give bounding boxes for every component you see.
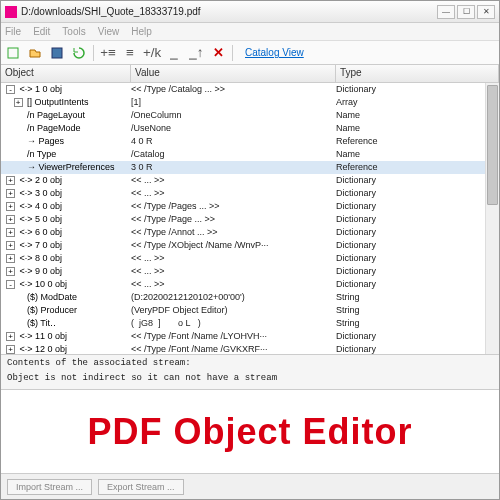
stream-label: Contents of the associated stream: bbox=[1, 355, 499, 371]
tree-row[interactable]: + <·> 5 0 obj<< /Type /Page ... >>Dictio… bbox=[1, 213, 499, 226]
tree-row[interactable]: + <·> 2 0 obj<< ... >>Dictionary bbox=[1, 174, 499, 187]
svg-rect-1 bbox=[52, 48, 62, 58]
overlay-title: PDF Object Editor bbox=[87, 411, 412, 453]
minimize-button[interactable]: — bbox=[437, 5, 455, 19]
expand-icon[interactable]: + bbox=[6, 267, 15, 276]
app-window: D:/downloads/SHI_Quote_18333719.pdf — ☐ … bbox=[0, 0, 500, 500]
delete-icon[interactable]: ✕ bbox=[210, 45, 226, 61]
app-icon bbox=[5, 6, 17, 18]
tree-header: Object Value Type bbox=[1, 65, 499, 83]
expand-icon[interactable]: + bbox=[6, 176, 15, 185]
menu-file[interactable]: File bbox=[5, 26, 21, 37]
menu-view[interactable]: View bbox=[98, 26, 120, 37]
expand-icon[interactable]: + bbox=[6, 345, 15, 354]
refresh-icon[interactable] bbox=[71, 45, 87, 61]
maximize-button[interactable]: ☐ bbox=[457, 5, 475, 19]
menu-tools[interactable]: Tools bbox=[62, 26, 85, 37]
window-title: D:/downloads/SHI_Quote_18333719.pdf bbox=[21, 6, 437, 17]
catalog-view-link[interactable]: Catalog View bbox=[245, 47, 304, 58]
stream-content-area: PDF Object Editor bbox=[1, 390, 499, 473]
tree-row[interactable]: ($) ModDate(D:20200212120102+00'00')Stri… bbox=[1, 291, 499, 304]
object-tree[interactable]: - <·> 1 0 obj<< /Type /Catalog ... >>Dic… bbox=[1, 83, 499, 355]
toolbar-sep bbox=[93, 45, 94, 61]
insert-icon[interactable]: ⎯ bbox=[166, 45, 182, 61]
add-key-icon[interactable]: +/k bbox=[144, 45, 160, 61]
expand-icon[interactable]: + bbox=[6, 215, 15, 224]
tree-row[interactable]: + <·> 9 0 obj<< ... >>Dictionary bbox=[1, 265, 499, 278]
open-icon[interactable] bbox=[27, 45, 43, 61]
add-child-icon[interactable]: ≡ bbox=[122, 45, 138, 61]
tree-row[interactable]: + [] OutputIntents[1]Array bbox=[1, 96, 499, 109]
tree-row[interactable]: /n Type/CatalogName bbox=[1, 148, 499, 161]
tree-row[interactable]: + <·> 12 0 obj<< /Type /Font /Name /GVKX… bbox=[1, 343, 499, 355]
tree-row[interactable]: - <·> 1 0 obj<< /Type /Catalog ... >>Dic… bbox=[1, 83, 499, 96]
tree-row[interactable]: + <·> 8 0 obj<< ... >>Dictionary bbox=[1, 252, 499, 265]
close-button[interactable]: ✕ bbox=[477, 5, 495, 19]
move-up-icon[interactable]: ⎯↑ bbox=[188, 45, 204, 61]
titlebar: D:/downloads/SHI_Quote_18333719.pdf — ☐ … bbox=[1, 1, 499, 23]
tree-row[interactable]: ($) Producer(VeryPDF Object Editor)Strin… bbox=[1, 304, 499, 317]
export-stream-button[interactable]: Export Stream ... bbox=[98, 479, 184, 495]
tree-row[interactable]: /n PageMode/UseNoneName bbox=[1, 122, 499, 135]
tree-row[interactable]: ($) Tit‥( jG8 ] o L )String bbox=[1, 317, 499, 330]
tree-row[interactable]: + <·> 11 0 obj<< /Type /Font /Name /LYOH… bbox=[1, 330, 499, 343]
window-controls: — ☐ ✕ bbox=[437, 5, 495, 19]
tree-row[interactable]: → Pages4 0 RReference bbox=[1, 135, 499, 148]
svg-rect-0 bbox=[8, 48, 18, 58]
tree-row[interactable]: → ViewerPreferences3 0 RReference bbox=[1, 161, 499, 174]
stream-message: Object is not indirect so it can not hav… bbox=[1, 371, 499, 390]
vertical-scrollbar[interactable] bbox=[485, 83, 499, 354]
expand-icon[interactable]: + bbox=[6, 228, 15, 237]
expand-icon[interactable]: - bbox=[6, 85, 15, 94]
expand-icon[interactable]: + bbox=[14, 98, 23, 107]
save-icon[interactable] bbox=[49, 45, 65, 61]
tree-row[interactable]: - <·> 10 0 obj<< ... >>Dictionary bbox=[1, 278, 499, 291]
new-icon[interactable] bbox=[5, 45, 21, 61]
expand-icon[interactable]: + bbox=[6, 332, 15, 341]
toolbar: +≡ ≡ +/k ⎯ ⎯↑ ✕ Catalog View bbox=[1, 41, 499, 65]
expand-icon[interactable]: - bbox=[6, 280, 15, 289]
header-object[interactable]: Object bbox=[1, 65, 131, 82]
expand-icon[interactable]: + bbox=[6, 202, 15, 211]
tree-row[interactable]: + <·> 3 0 obj<< ... >>Dictionary bbox=[1, 187, 499, 200]
tree-row[interactable]: + <·> 4 0 obj<< /Type /Pages ... >>Dicti… bbox=[1, 200, 499, 213]
menubar: File Edit Tools View Help bbox=[1, 23, 499, 41]
menu-edit[interactable]: Edit bbox=[33, 26, 50, 37]
scrollbar-thumb[interactable] bbox=[487, 85, 498, 205]
add-sibling-icon[interactable]: +≡ bbox=[100, 45, 116, 61]
header-value[interactable]: Value bbox=[131, 65, 336, 82]
tree-row[interactable]: + <·> 7 0 obj<< /Type /XObject /Name /Wn… bbox=[1, 239, 499, 252]
expand-icon[interactable]: + bbox=[6, 254, 15, 263]
tree-row[interactable]: + <·> 6 0 obj<< /Type /Annot ... >>Dicti… bbox=[1, 226, 499, 239]
bottom-buttons: Import Stream ... Export Stream ... bbox=[1, 473, 499, 499]
tree-row[interactable]: /n PageLayout/OneColumnName bbox=[1, 109, 499, 122]
menu-help[interactable]: Help bbox=[131, 26, 152, 37]
header-type[interactable]: Type bbox=[336, 65, 499, 82]
import-stream-button[interactable]: Import Stream ... bbox=[7, 479, 92, 495]
expand-icon[interactable]: + bbox=[6, 189, 15, 198]
toolbar-sep2 bbox=[232, 45, 233, 61]
expand-icon[interactable]: + bbox=[6, 241, 15, 250]
